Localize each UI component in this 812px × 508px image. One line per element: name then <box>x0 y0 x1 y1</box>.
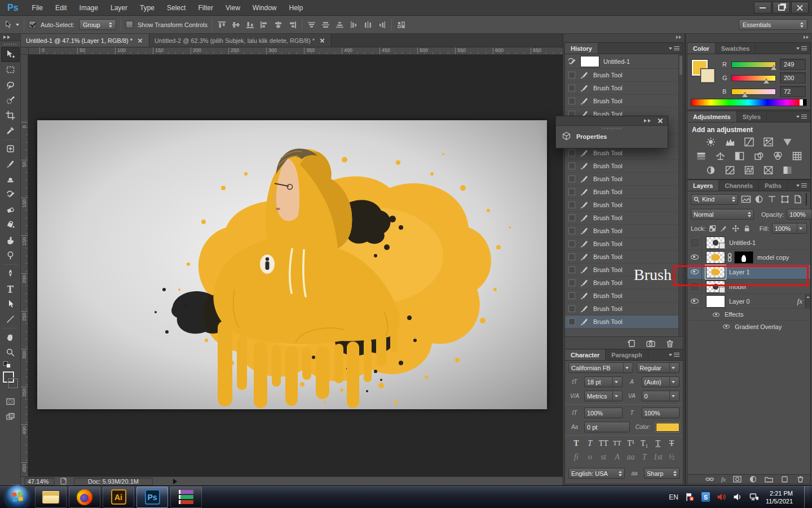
filtering-toggle[interactable] <box>806 193 807 205</box>
horizontal-scale-field[interactable]: 100% <box>642 408 680 418</box>
antivirus-tray-icon[interactable]: S <box>701 492 710 502</box>
volume-mixer-icon[interactable] <box>717 492 726 502</box>
selective-color-icon[interactable] <box>782 165 793 175</box>
history-step[interactable]: Brush Tool <box>565 147 683 160</box>
filter-shape-layers-icon[interactable] <box>780 194 790 204</box>
tab-channels[interactable]: Channels <box>719 180 759 191</box>
distribute-vertical-centers-icon[interactable] <box>321 20 330 29</box>
panel-grip[interactable] <box>0 41 20 47</box>
distribute-horizontal-centers-icon[interactable] <box>363 20 373 29</box>
history-state-checkbox[interactable] <box>568 150 575 156</box>
start-button[interactable] <box>6 485 29 508</box>
menu-item[interactable]: Edit <box>49 0 73 15</box>
history-step[interactable]: Brush Tool <box>565 186 683 199</box>
history-step[interactable]: Brush Tool <box>565 238 683 251</box>
distribute-top-edges-icon[interactable] <box>307 20 316 29</box>
blue-value-field[interactable]: 72 <box>780 86 806 97</box>
auto-select-target-dropdown[interactable]: Group <box>79 19 116 30</box>
layer-row-layer0[interactable]: Layer 0 fx <box>687 294 810 309</box>
levels-icon[interactable] <box>724 137 736 147</box>
exposure-icon[interactable] <box>762 137 774 147</box>
visibility-toggle[interactable] <box>687 235 702 249</box>
align-vertical-centers-icon[interactable] <box>231 20 241 29</box>
type-style-button[interactable]: TT <box>598 439 609 448</box>
history-step[interactable]: Brush Tool <box>565 251 683 264</box>
workspace-switcher[interactable]: Essentials <box>739 19 807 30</box>
close-icon[interactable] <box>657 118 663 124</box>
history-state-checkbox[interactable] <box>568 227 575 234</box>
delete-layer-icon[interactable] <box>796 476 805 483</box>
language-indicator[interactable]: EN <box>669 493 678 501</box>
panel-menu-icon[interactable] <box>793 111 810 122</box>
auto-select-checkbox[interactable] <box>29 21 36 28</box>
font-family-dropdown[interactable]: Californian FB <box>568 362 633 373</box>
restore-button[interactable] <box>773 2 790 14</box>
opentype-button[interactable]: A <box>611 453 623 462</box>
close-tab-icon[interactable] <box>319 37 326 44</box>
kerning-dropdown[interactable]: Metrics <box>584 391 623 401</box>
history-step[interactable]: Brush Tool <box>565 290 683 303</box>
doc-size-status[interactable]: Doc: 5.93M/20.1M <box>74 478 153 485</box>
history-state-checkbox[interactable] <box>568 163 575 169</box>
history-step[interactable]: Brush Tool <box>565 303 683 316</box>
spot-healing-brush-tool[interactable] <box>0 141 21 156</box>
align-top-edges-icon[interactable] <box>217 20 227 29</box>
crop-tool[interactable] <box>0 108 21 123</box>
paint-bucket-tool[interactable] <box>0 217 21 233</box>
new-document-from-state-icon[interactable] <box>626 339 637 348</box>
opentype-button[interactable]: st <box>598 453 609 462</box>
filter-smart-objects-icon[interactable] <box>793 194 803 204</box>
default-colors-icon[interactable] <box>0 360 20 369</box>
green-slider[interactable] <box>731 75 776 81</box>
posterize-icon[interactable] <box>724 165 736 175</box>
history-brush-source-icon[interactable] <box>567 57 576 66</box>
layer-thumbnail[interactable] <box>706 295 725 308</box>
filter-type-layers-icon[interactable] <box>767 194 777 204</box>
menu-item[interactable]: Window <box>246 0 283 15</box>
lock-transparency-icon[interactable] <box>708 224 717 234</box>
history-state-checkbox[interactable] <box>568 318 575 325</box>
threshold-icon[interactable] <box>743 165 755 175</box>
show-transform-checkbox[interactable] <box>126 21 133 28</box>
taskbar-file-explorer[interactable] <box>35 487 67 508</box>
type-style-button[interactable]: TT <box>611 439 623 448</box>
path-selection-tool[interactable] <box>0 296 21 312</box>
filter-adjustment-layers-icon[interactable] <box>754 194 764 204</box>
panel-grip[interactable] <box>556 126 668 130</box>
clone-stamp-tool[interactable] <box>0 172 21 187</box>
tab-color[interactable]: Color <box>687 43 716 54</box>
opentype-button[interactable]: fi <box>571 453 582 462</box>
history-step[interactable]: Brush Tool <box>565 212 683 225</box>
channel-mixer-icon[interactable] <box>772 151 784 161</box>
screen-mode-button[interactable] <box>0 409 21 424</box>
tab-paragraph[interactable]: Paragraph <box>606 349 648 360</box>
eraser-tool[interactable] <box>0 202 21 217</box>
layer-style-icon[interactable]: fx <box>721 476 726 483</box>
background-color-swatch[interactable] <box>8 378 18 388</box>
document-tab-active[interactable]: Untitled-1 @ 47.1% (Layer 1, RGB/8) * <box>21 34 149 47</box>
align-horizontal-centers-icon[interactable] <box>273 20 283 29</box>
new-adjustment-layer-icon[interactable] <box>749 476 757 483</box>
opentype-button[interactable]: aa <box>625 453 637 462</box>
font-style-dropdown[interactable]: Regular <box>637 362 679 373</box>
zoom-tool[interactable] <box>0 345 21 360</box>
history-step[interactable]: Brush Tool <box>565 160 683 173</box>
layers-scrollbar[interactable] <box>805 294 810 308</box>
photo-filter-icon[interactable] <box>753 151 765 161</box>
color-balance-icon[interactable] <box>714 151 726 161</box>
history-step[interactable]: Brush Tool <box>565 173 683 186</box>
lock-position-icon[interactable] <box>731 224 740 234</box>
green-value-field[interactable]: 200 <box>780 72 806 84</box>
auto-align-layers-icon[interactable] <box>396 20 406 29</box>
align-left-edges-icon[interactable] <box>259 20 269 29</box>
lock-pixels-icon[interactable] <box>720 224 728 234</box>
close-tab-icon[interactable] <box>137 37 144 44</box>
opentype-button[interactable]: 1st <box>652 453 664 462</box>
history-snapshot-row[interactable]: Untitled-1 <box>565 54 683 69</box>
move-tool[interactable] <box>1 47 20 62</box>
menu-item[interactable]: Help <box>283 0 310 15</box>
history-state-checkbox[interactable] <box>568 85 575 91</box>
type-tool[interactable] <box>0 281 21 296</box>
menu-item[interactable]: View <box>219 0 246 15</box>
layer-thumbnail[interactable] <box>706 251 725 264</box>
